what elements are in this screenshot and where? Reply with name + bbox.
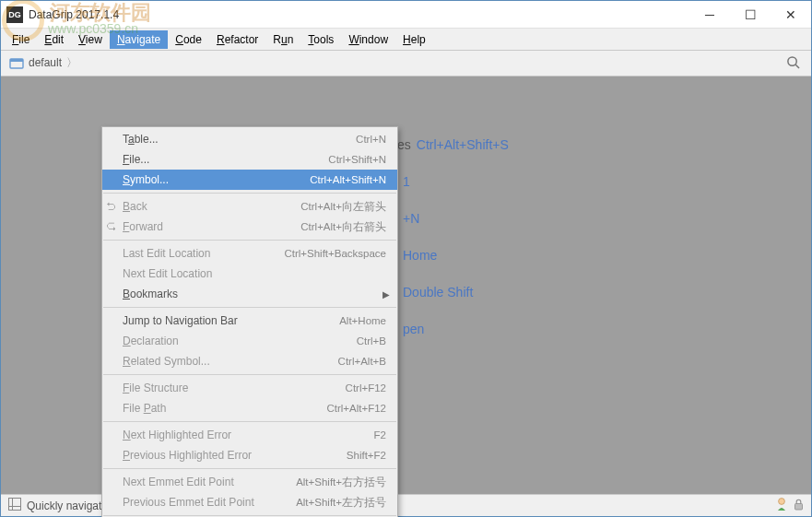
menu-separator [103, 468, 396, 469]
menu-item-label: Next Emmet Edit Point [123, 476, 296, 488]
menu-help[interactable]: Help [395, 30, 433, 49]
menu-separator [103, 515, 396, 516]
toolbar: default 〉 [1, 51, 811, 76]
menu-item-next-highlighted-error: Next Highlighted ErrorF2 [102, 425, 397, 445]
menu-edit[interactable]: Edit [37, 30, 71, 49]
menu-item-shortcut: Ctrl+Alt+向左箭头 [300, 200, 386, 214]
menu-item-shortcut: Alt+Shift+左方括号 [296, 496, 386, 510]
welcome-hint-row: +N [397, 200, 509, 237]
menu-navigate[interactable]: Navigate [110, 30, 168, 49]
menu-item-jump-to-navigation-bar[interactable]: Jump to Navigation BarAlt+Home [102, 311, 397, 331]
menu-item-label: Next Edit Location [123, 267, 386, 280]
welcome-hint-row: Home [397, 237, 509, 274]
lock-icon[interactable] [794, 499, 804, 513]
search-icon[interactable] [786, 55, 800, 72]
menu-item-next-emmet-edit-point: Next Emmet Edit PointAlt+Shift+右方括号 [102, 472, 397, 492]
hint-shortcut: pen [403, 311, 424, 347]
hint-shortcut: Double Shift [403, 274, 473, 311]
hint-shortcut: Ctrl+Alt+Shift+S [417, 126, 509, 163]
menu-run[interactable]: Run [265, 30, 300, 49]
menu-item-shortcut: Ctrl+Alt+F12 [326, 403, 386, 414]
window-title: DataGrip 2017.1.4 [29, 8, 689, 21]
menu-item-label: Declaration [123, 335, 357, 347]
svg-rect-4 [9, 499, 21, 511]
menu-item-previous-emmet-edit-point: Previous Emmet Edit PointAlt+Shift+左方括号 [102, 492, 397, 512]
svg-point-2 [788, 56, 796, 65]
minimize-button[interactable]: ─ [689, 1, 730, 29]
menu-item-label: Forward [123, 220, 300, 233]
back-arrow-icon: ⮌ [106, 201, 116, 212]
svg-rect-5 [9, 499, 13, 511]
welcome-hint-row: Double Shift [397, 274, 509, 311]
menu-file[interactable]: File [5, 30, 37, 49]
menu-item-shortcut: Shift+F2 [347, 450, 386, 461]
welcome-hint-row: 1 [397, 163, 509, 200]
menu-item-shortcut: Ctrl+Alt+B [338, 356, 386, 367]
menu-item-label: Bookmarks [123, 288, 386, 300]
menu-separator [103, 421, 396, 422]
tool-window-toggle-icon[interactable] [8, 498, 21, 513]
window-titlebar: DG DataGrip 2017.1.4 ─ ☐ ✕ [1, 1, 811, 29]
menu-item-label: Jump to Navigation Bar [123, 314, 339, 327]
menu-item-shortcut: Ctrl+Shift+Backspace [284, 248, 386, 259]
menu-item-shortcut: F2 [374, 429, 386, 441]
navigate-menu: Table...Ctrl+NFile...Ctrl+Shift+NSymbol.… [101, 126, 398, 517]
menu-item-shortcut: Alt+Shift+右方括号 [296, 476, 386, 489]
menu-view[interactable]: View [71, 30, 110, 49]
menu-refactor[interactable]: Refactor [209, 30, 265, 49]
menu-tools[interactable]: Tools [300, 30, 341, 49]
menu-item-label: Table... [123, 133, 356, 146]
menu-separator [103, 374, 396, 375]
hint-label: es [397, 126, 411, 163]
maximize-button[interactable]: ☐ [730, 1, 771, 29]
svg-point-7 [779, 499, 785, 505]
menu-item-label: Symbol... [123, 173, 310, 186]
menu-item-shortcut: Ctrl+Shift+N [328, 154, 386, 165]
menu-item-label: Last Edit Location [123, 247, 284, 260]
hector-icon[interactable] [775, 497, 788, 514]
welcome-hints: esCtrl+Alt+Shift+S1+NHomeDouble Shiftpen [397, 126, 509, 347]
svg-rect-6 [9, 507, 21, 511]
menu-item-shortcut: Ctrl+Alt+Shift+N [310, 174, 386, 185]
welcome-hint-row: esCtrl+Alt+Shift+S [397, 126, 509, 163]
forward-arrow-icon: ⮎ [106, 221, 116, 232]
svg-line-3 [795, 65, 799, 68]
menubar: FileEditViewNavigateCodeRefactorRunTools… [1, 29, 811, 51]
menu-code[interactable]: Code [168, 30, 209, 49]
close-button[interactable]: ✕ [771, 1, 811, 29]
menu-item-bookmarks[interactable]: Bookmarks▶ [102, 284, 397, 304]
menu-separator [103, 307, 396, 308]
menu-item-back: ⮌BackCtrl+Alt+向左箭头 [102, 196, 397, 217]
menu-item-table[interactable]: Table...Ctrl+N [102, 129, 397, 149]
menu-item-label: Previous Emmet Edit Point [123, 496, 296, 509]
breadcrumb-root: default [29, 56, 62, 69]
menu-item-label: File Path [123, 402, 326, 415]
menu-item-next-edit-location: Next Edit Location [102, 264, 397, 284]
breadcrumb[interactable]: default 〉 [29, 55, 79, 71]
project-icon[interactable] [6, 53, 27, 74]
menu-item-shortcut: Ctrl+N [356, 134, 386, 145]
menu-item-label: File Structure [123, 382, 346, 394]
menu-item-file[interactable]: File...Ctrl+Shift+N [102, 149, 397, 170]
svg-rect-1 [10, 59, 23, 62]
menu-item-forward: ⮎ForwardCtrl+Alt+向右箭头 [102, 217, 397, 237]
menu-item-previous-highlighted-error: Previous Highlighted ErrorShift+F2 [102, 445, 397, 465]
menu-separator [103, 193, 396, 194]
hint-shortcut: Home [403, 237, 437, 274]
menu-item-declaration: DeclarationCtrl+B [102, 331, 397, 351]
menu-item-symbol[interactable]: Symbol...Ctrl+Alt+Shift+N [102, 170, 397, 190]
menu-item-last-edit-location: Last Edit LocationCtrl+Shift+Backspace [102, 243, 397, 264]
menu-window[interactable]: Window [341, 30, 395, 49]
editor-area: esCtrl+Alt+Shift+S1+NHomeDouble Shiftpen… [1, 76, 811, 494]
menu-item-label: Previous Highlighted Error [123, 449, 347, 462]
welcome-hint-row: pen [397, 311, 509, 347]
app-icon: DG [6, 6, 23, 23]
menu-item-label: Related Symbol... [123, 355, 338, 368]
submenu-arrow-icon: ▶ [382, 289, 390, 300]
menu-item-shortcut: Ctrl+Alt+向右箭头 [300, 220, 386, 234]
hint-shortcut: +N [403, 200, 419, 237]
menu-item-file-structure: File StructureCtrl+F12 [102, 378, 397, 398]
chevron-right-icon: 〉 [66, 56, 77, 69]
hint-shortcut: 1 [403, 163, 410, 200]
menu-item-file-path: File PathCtrl+Alt+F12 [102, 398, 397, 418]
